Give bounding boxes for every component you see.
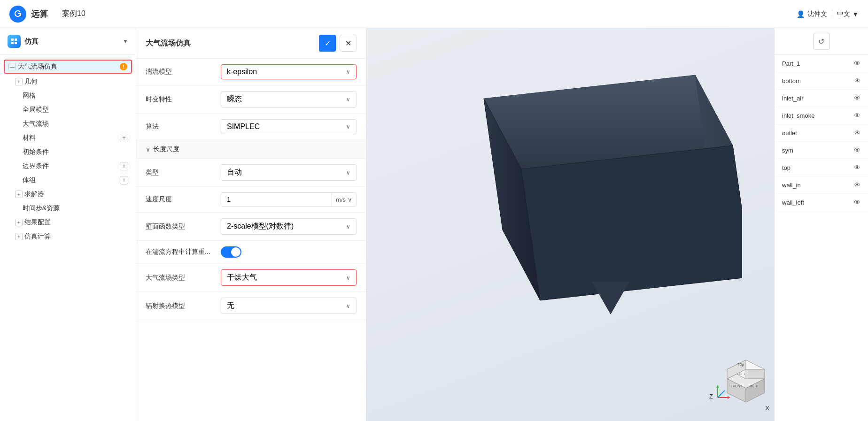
visibility-icon[interactable]: 👁: [854, 129, 860, 137]
unit-select[interactable]: m/s ∨: [332, 193, 356, 206]
visibility-icon[interactable]: 👁: [854, 146, 860, 154]
right-item-label: Part_1: [782, 60, 800, 67]
dialog-panel: 大气流场仿真 ✓ ✕ 湍流模型 k-epsilon ∨ 时变特性 瞬态 ∨: [136, 28, 366, 421]
svg-marker-20: [716, 385, 719, 388]
type-select[interactable]: 自动 ∨: [221, 164, 356, 181]
select-value: 2-scale模型(对数律): [227, 222, 294, 231]
visibility-icon[interactable]: 👁: [854, 199, 860, 206]
confirm-button[interactable]: ✓: [319, 35, 336, 52]
expand-icon[interactable]: +: [15, 219, 23, 226]
section-label: 长度尺度: [153, 145, 179, 153]
right-item-label: top: [782, 164, 790, 171]
select-value: 瞬态: [227, 94, 242, 104]
expand-icon[interactable]: +: [15, 233, 23, 240]
svg-rect-0: [11, 38, 14, 41]
select-value: k-epsilon: [227, 68, 257, 76]
sidebar-item-atm-field[interactable]: 大气流场: [0, 117, 136, 131]
svg-rect-3: [15, 42, 17, 44]
select-value: SIMPLEC: [227, 122, 260, 131]
field-label: 辐射换热模型: [146, 302, 221, 310]
atm-type-select[interactable]: 干燥大气 ∨: [221, 269, 356, 286]
right-item-inlet-air[interactable]: inlet_air 👁: [775, 90, 868, 107]
right-item-label: inlet_smoke: [782, 112, 814, 119]
sidebar-item-label: 求解器: [24, 190, 128, 199]
refresh-button[interactable]: ↺: [813, 33, 830, 50]
right-item-label: outlet: [782, 130, 797, 137]
svg-text:RIGHT: RIGHT: [749, 384, 760, 388]
visibility-icon[interactable]: 👁: [854, 77, 860, 84]
chevron-down-icon: ∨: [346, 96, 350, 103]
unit-label: m/s: [336, 196, 346, 203]
chevron-down-icon: ∨: [346, 303, 350, 309]
field-label: 速度尺度: [146, 195, 221, 204]
velocity-input[interactable]: [221, 193, 332, 206]
expand-icon[interactable]: —: [8, 63, 16, 70]
close-button[interactable]: ✕: [340, 35, 356, 52]
right-item-bottom[interactable]: bottom 👁: [775, 72, 868, 90]
field-label: 类型: [146, 168, 221, 177]
add-icon[interactable]: +: [120, 134, 128, 142]
sidebar-item-label: 时间步&资源: [23, 204, 128, 213]
field-label: 湍流模型: [146, 68, 221, 76]
sidebar-item-geometry[interactable]: + 几何: [0, 75, 136, 89]
sidebar-item-material[interactable]: 材料 +: [0, 131, 136, 145]
language-selector[interactable]: 中文 ▼: [837, 10, 859, 18]
expand-icon[interactable]: +: [15, 191, 23, 198]
form-row-velocity: 速度尺度 m/s ∨: [136, 187, 366, 213]
sidebar-item-label: 边界条件: [23, 162, 120, 170]
right-item-inlet-smoke[interactable]: inlet_smoke 👁: [775, 107, 868, 124]
right-item-sym[interactable]: sym 👁: [775, 142, 868, 159]
add-icon[interactable]: +: [120, 176, 128, 184]
sidebar-collapse-icon[interactable]: ▼: [123, 38, 128, 45]
expand-icon[interactable]: +: [15, 78, 23, 85]
right-item-top[interactable]: top 👁: [775, 159, 868, 176]
viewport: LEFT FRONT RIGHT TOp Z X: [366, 28, 774, 421]
sidebar-item-boundary[interactable]: 边界条件 +: [0, 159, 136, 173]
language-label: 中文: [837, 10, 850, 18]
field-label: 大气流场类型: [146, 274, 221, 282]
turbulence-gravity-toggle[interactable]: [221, 246, 241, 258]
right-item-label: sym: [782, 147, 793, 154]
select-value: 自动: [227, 168, 242, 177]
sidebar-item-initial[interactable]: 初始条件: [0, 145, 136, 159]
field-label: 时变特性: [146, 95, 221, 104]
section-length-scale: ∨ 长度尺度: [136, 140, 366, 159]
right-item-part1[interactable]: Part_1 👁: [775, 55, 868, 72]
field-label: 在湍流方程中计算重...: [146, 248, 221, 256]
svg-text:LEFT: LEFT: [737, 372, 746, 375]
right-item-wall-left[interactable]: wall_left 👁: [775, 194, 868, 211]
sidebar-item-label: 体组: [23, 176, 120, 184]
sidebar-item-result[interactable]: + 结果配置: [0, 215, 136, 230]
visibility-icon[interactable]: 👁: [854, 164, 860, 171]
svg-marker-22: [728, 396, 730, 399]
visibility-icon[interactable]: 👁: [854, 94, 860, 102]
turbulence-select[interactable]: k-epsilon ∨: [221, 64, 356, 79]
radiation-select[interactable]: 无 ∨: [221, 298, 356, 314]
sidebar-item-label: 全局模型: [23, 106, 128, 114]
svg-rect-2: [11, 42, 14, 44]
right-item-wall-in[interactable]: wall_in 👁: [775, 176, 868, 194]
svg-marker-7: [521, 145, 742, 300]
sidebar-item-mesh[interactable]: 网格: [0, 89, 136, 103]
sidebar-item-solver[interactable]: + 求解器: [0, 187, 136, 201]
sidebar-item-body[interactable]: 体组 +: [0, 173, 136, 187]
add-icon[interactable]: +: [120, 162, 128, 170]
visibility-icon[interactable]: 👁: [854, 181, 860, 189]
wall-func-select[interactable]: 2-scale模型(对数律) ∨: [221, 218, 356, 235]
visibility-icon[interactable]: 👁: [854, 112, 860, 119]
time-variant-select[interactable]: 瞬态 ∨: [221, 91, 356, 107]
right-panel: ↺ Part_1 👁 bottom 👁 inlet_air 👁 inlet_sm…: [774, 28, 868, 421]
toggle-area: [221, 246, 356, 258]
sidebar-item-atm-sim[interactable]: — 大气流场仿真 !: [4, 60, 132, 74]
visibility-icon[interactable]: 👁: [854, 60, 860, 67]
sidebar-item-label: 仿真计算: [24, 232, 128, 241]
chevron-down-icon: ∨: [346, 123, 350, 130]
sidebar-item-timestep[interactable]: 时间步&资源: [0, 201, 136, 215]
sidebar-item-sim-calc[interactable]: + 仿真计算: [0, 230, 136, 244]
algorithm-select[interactable]: SIMPLEC ∨: [221, 119, 356, 134]
sidebar-item-global-model[interactable]: 全局模型: [0, 103, 136, 117]
sidebar-item-label: 材料: [23, 134, 120, 142]
right-item-outlet[interactable]: outlet 👁: [775, 124, 868, 142]
sidebar-item-label: 结果配置: [24, 218, 128, 227]
language-chevron-icon: ▼: [852, 10, 859, 18]
